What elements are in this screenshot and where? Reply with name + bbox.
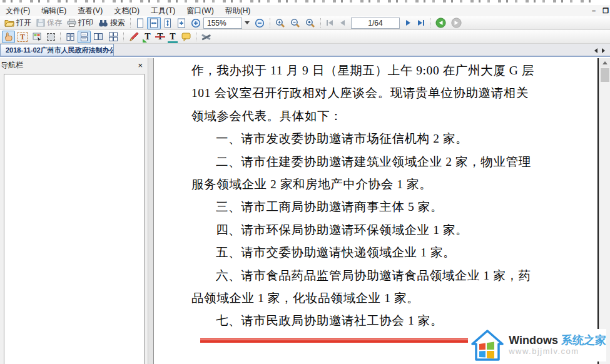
first-page-icon (326, 19, 333, 26)
underline-icon: T (170, 33, 175, 41)
pencil-annotate-button[interactable] (126, 31, 141, 43)
doc-line: 一、请市发改委协助邀请市场征信机构 2 家。 (191, 128, 557, 150)
prev-page-button[interactable] (336, 17, 348, 29)
watermark-text: Windows 系统之家 www.bjjmlv.com (509, 334, 606, 356)
zoom-dropdown-arrow-icon[interactable] (245, 21, 250, 24)
snapshot-icon (33, 33, 42, 41)
zoom-out-button[interactable] (252, 17, 267, 29)
next-page-button[interactable] (402, 17, 415, 29)
doc-line: 领域参会代表。具体如下： (191, 105, 557, 128)
marquee-select-tool-button[interactable] (44, 31, 58, 43)
doc-line: 作，我办拟于 11 月 9 日（星期五）上午 9:00 在广州大厦 G 层 (191, 59, 557, 82)
magnify-in-button[interactable] (273, 17, 288, 29)
menu-window[interactable]: 窗口(W) (181, 5, 219, 17)
red-pencil-icon (129, 32, 139, 41)
single-page-layout-icon (66, 33, 75, 41)
forward-view-button[interactable] (449, 17, 464, 29)
search-button[interactable]: 搜索 (96, 17, 128, 29)
back-view-button[interactable] (433, 17, 449, 29)
menu-document[interactable]: 文档(D) (108, 5, 145, 17)
magnifier-minus-icon (290, 18, 300, 28)
note-comment-button[interactable] (179, 31, 193, 43)
menu-bar: 文件(F) 编辑(E) 查看(V) 文档(D) 工具(T) 窗口(W) 帮助(H… (0, 5, 610, 16)
toolbox-icon (201, 33, 211, 41)
continuous-facing-layout-button[interactable] (106, 31, 121, 43)
note-comment-icon (181, 33, 191, 41)
menu-help[interactable]: 帮助(H) (220, 5, 257, 17)
first-page-button[interactable] (323, 17, 336, 29)
print-label: 打印 (78, 18, 93, 28)
print-icon (67, 19, 76, 27)
doc-line: 五、请市交委协助邀请快递领域企业 1 家。 (191, 241, 557, 264)
sidebar-panel[interactable] (4, 74, 145, 364)
document-tab-active[interactable]: 2018-11-02广州市人民政府法制办公室... (0, 44, 114, 56)
typewriter-tool-button[interactable]: T (141, 31, 154, 43)
scrollbar-thumb[interactable] (601, 68, 609, 82)
continuous-layout-icon (80, 32, 88, 41)
last-page-button[interactable] (415, 17, 427, 29)
zoom-in-button[interactable] (188, 17, 203, 29)
menu-view[interactable]: 查看(V) (72, 5, 108, 17)
document-view[interactable]: 作，我办拟于 11 月 9 日（星期五）上午 9:00 在广州大厦 G 层 10… (154, 58, 610, 364)
snapshot-tool-button[interactable] (30, 31, 44, 43)
text-select-tool-button[interactable]: T (15, 31, 30, 43)
save-button[interactable]: 保存 (34, 17, 64, 29)
clipped-title-text (3, 0, 591, 3)
house-logo-icon (470, 329, 504, 361)
menu-edit[interactable]: 编辑(E) (36, 5, 72, 17)
scroll-up-icon (602, 61, 607, 64)
main-area: 导航栏 × 作，我办拟于 11 月 9 日（星期五）上午 9:00 在广州大厦 … (0, 58, 610, 364)
underline-tool-button[interactable]: T (166, 31, 179, 43)
sidebar-splitter[interactable] (148, 58, 154, 364)
separator (130, 18, 131, 28)
strikeout-tool-button[interactable]: T (154, 31, 166, 43)
actual-size-button[interactable] (133, 17, 147, 29)
restore-button[interactable]: ❐ (602, 7, 609, 15)
separator (123, 32, 124, 41)
separator (196, 32, 196, 41)
zoom-level-combobox[interactable]: 155% (203, 18, 242, 29)
dynamic-zoom-button[interactable] (303, 17, 318, 29)
continuous-layout-button[interactable] (78, 31, 91, 43)
dynamic-zoom-icon (305, 18, 315, 28)
tab-scroll-left-icon[interactable] (594, 48, 597, 53)
print-button[interactable]: 打印 (64, 17, 96, 29)
vertical-scrollbar[interactable] (599, 58, 610, 364)
facing-layout-button[interactable] (91, 31, 106, 43)
fit-height-button[interactable] (161, 17, 175, 29)
minimize-button[interactable]: – (592, 7, 596, 14)
fit-page-button[interactable] (175, 17, 188, 29)
toolbox-button[interactable] (199, 31, 214, 43)
sidebar-close-icon[interactable]: × (138, 61, 143, 69)
watermark-brand: Windows (509, 334, 558, 346)
watermark-brand-suffix: 系统之家 (561, 334, 606, 346)
red-rule-line (200, 338, 487, 343)
document-tab-bar: 2018-11-02广州市人民政府法制办公室... (0, 44, 610, 57)
strikeout-icon: T (157, 33, 163, 41)
tab-scroll-right-icon[interactable] (602, 48, 605, 53)
hand-icon (4, 32, 13, 41)
tools-toolbar: T T T T (0, 30, 610, 44)
menu-tools[interactable]: 工具(T) (145, 5, 181, 17)
separator (60, 32, 61, 41)
fit-width-icon (150, 18, 158, 28)
actual-size-page-icon (136, 18, 145, 28)
scroll-up-button[interactable] (600, 58, 610, 68)
hand-tool-button[interactable] (2, 31, 15, 43)
fit-width-button[interactable] (147, 17, 161, 29)
zoom-in-circle-icon (191, 18, 201, 28)
open-button[interactable]: 打开 (2, 17, 34, 29)
page-number-field[interactable]: 1/64 (351, 18, 400, 29)
typewriter-icon: T (145, 33, 150, 41)
watermark-url: www.bjjmlv.com (509, 347, 606, 356)
single-page-layout-button[interactable] (63, 31, 78, 43)
continuous-facing-layout-icon (108, 32, 118, 41)
doc-line: 服务领域企业 2 家和房地产中介协会 1 家。 (191, 173, 557, 196)
facing-layout-icon (93, 33, 103, 41)
main-toolbar: 打开 保存 打印 搜索 155% (0, 16, 610, 30)
menu-file[interactable]: 文件(F) (0, 5, 36, 17)
tab-scroll-controls (594, 48, 610, 56)
magnify-out-button[interactable] (288, 17, 303, 29)
search-label: 搜索 (110, 18, 125, 28)
page-edge-border (597, 58, 599, 364)
